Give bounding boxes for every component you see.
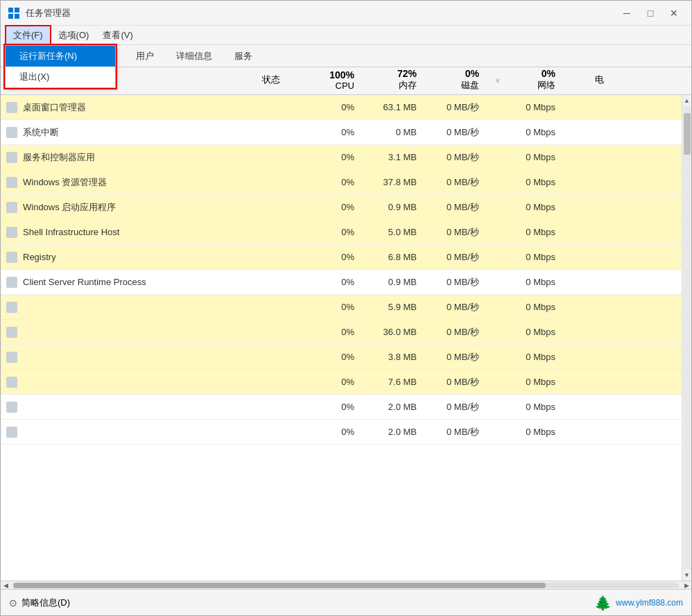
vertical-scrollbar[interactable]: ▲ ▼ (682, 95, 691, 581)
table-row[interactable]: 0% 5.9 MB 0 MB/秒 0 Mbps (1, 295, 682, 320)
process-icon-6 (6, 252, 17, 263)
header-network[interactable]: 0% 网络 (500, 68, 562, 92)
cell-cpu-5: 0% (299, 227, 361, 237)
process-icon-9 (6, 327, 17, 338)
tab-details[interactable]: 详细信息 (166, 46, 223, 65)
process-icon-0 (6, 102, 17, 113)
cell-cpu-8: 0% (299, 302, 361, 312)
close-button[interactable]: ✕ (664, 6, 684, 21)
cell-name-4: Windows 启动应用程序 (1, 201, 243, 214)
cell-network-12: 0 Mbps (500, 402, 562, 412)
cell-network-9: 0 Mbps (500, 327, 562, 337)
title-bar-left: 任务管理器 (8, 7, 71, 19)
menu-options[interactable]: 选项(O) (51, 26, 96, 44)
table-row[interactable]: 0% 36.0 MB 0 MB/秒 0 Mbps (1, 320, 682, 345)
watermark: 🌲 www.ylmf888.com (594, 594, 683, 611)
watermark-logo: 🌲 (594, 594, 612, 611)
cell-disk-8: 0 MB/秒 (424, 301, 486, 314)
tab-services[interactable]: 服务 (224, 46, 263, 65)
table-row[interactable]: Registry 0% 6.8 MB 0 MB/秒 0 Mbps (1, 245, 682, 270)
cell-disk-4: 0 MB/秒 (424, 201, 486, 214)
cell-network-8: 0 Mbps (500, 302, 562, 312)
table-row[interactable]: 0% 2.0 MB 0 MB/秒 0 Mbps (1, 420, 682, 445)
header-disk[interactable]: 0% 磁盘 (424, 68, 486, 92)
cell-name-12 (1, 402, 243, 413)
cell-network-4: 0 Mbps (500, 202, 562, 212)
cell-disk-11: 0 MB/秒 (424, 376, 486, 388)
table-row[interactable]: 0% 7.6 MB 0 MB/秒 0 Mbps (1, 370, 682, 395)
cell-disk-9: 0 MB/秒 (424, 326, 486, 339)
cell-name-0: 桌面窗口管理器 (1, 101, 243, 114)
cell-cpu-0: 0% (299, 102, 361, 112)
scroll-right-button[interactable]: ▶ (682, 582, 691, 589)
process-icon-11 (6, 377, 17, 388)
cell-network-13: 0 Mbps (500, 427, 562, 437)
file-dropdown: 运行新任务(N) 退出(X) (5, 45, 116, 88)
menu-file[interactable]: 文件(F) (5, 25, 51, 46)
table-row[interactable]: Windows 启动应用程序 0% 0.9 MB 0 MB/秒 0 Mbps (1, 195, 682, 220)
table-row[interactable]: Windows 资源管理器 0% 37.8 MB 0 MB/秒 0 Mbps (1, 170, 682, 195)
scroll-left-button[interactable]: ◀ (1, 582, 10, 589)
cell-cpu-6: 0% (299, 252, 361, 262)
menu-bar: 文件(F) 选项(O) 查看(V) 运行新任务(N) 退出(X) (1, 26, 691, 45)
table-body-area: 桌面窗口管理器 0% 63.1 MB 0 MB/秒 0 Mbps 系统中断 0%… (1, 95, 691, 581)
process-icon-12 (6, 402, 17, 413)
process-icon-5 (6, 227, 17, 238)
cell-disk-13: 0 MB/秒 (424, 426, 486, 438)
cell-name-7: Client Server Runtime Process (1, 277, 243, 288)
table-body: 桌面窗口管理器 0% 63.1 MB 0 MB/秒 0 Mbps 系统中断 0%… (1, 95, 682, 581)
process-icon-1 (6, 127, 17, 138)
cell-memory-3: 37.8 MB (361, 177, 424, 187)
scroll-thumb[interactable] (684, 113, 691, 155)
table-row[interactable]: Client Server Runtime Process 0% 0.9 MB … (1, 270, 682, 295)
menu-exit[interactable]: 退出(X) (6, 67, 115, 87)
cell-memory-2: 3.1 MB (361, 152, 424, 162)
menu-view[interactable]: 查看(V) (96, 26, 139, 44)
status-expand-button[interactable]: ⊙ (9, 597, 17, 608)
minimize-button[interactable]: ─ (616, 6, 637, 21)
h-scroll-thumb[interactable] (13, 583, 546, 588)
maximize-button[interactable]: □ (640, 6, 661, 21)
cell-disk-6: 0 MB/秒 (424, 251, 486, 264)
title-controls: ─ □ ✕ (616, 6, 684, 21)
process-icon-4 (6, 202, 17, 213)
cell-disk-7: 0 MB/秒 (424, 276, 486, 289)
window-title: 任务管理器 (26, 7, 71, 19)
tab-users[interactable]: 用户 (126, 46, 164, 65)
cell-name-6: Registry (1, 252, 243, 263)
cell-memory-12: 2.0 MB (361, 402, 424, 412)
scroll-up-button[interactable]: ▲ (682, 95, 692, 106)
h-scroll-track (13, 583, 679, 588)
header-memory[interactable]: 72% 内存 (361, 68, 424, 92)
cell-cpu-7: 0% (299, 277, 361, 287)
cell-disk-1: 0 MB/秒 (424, 126, 486, 139)
table-row[interactable]: 0% 3.8 MB 0 MB/秒 0 Mbps (1, 345, 682, 370)
table-row[interactable]: 服务和控制器应用 0% 3.1 MB 0 MB/秒 0 Mbps (1, 145, 682, 170)
cell-network-11: 0 Mbps (500, 377, 562, 387)
process-icon-13 (6, 427, 17, 438)
table-row[interactable]: 桌面窗口管理器 0% 63.1 MB 0 MB/秒 0 Mbps (1, 95, 682, 120)
watermark-text: www.ylmf888.com (616, 598, 683, 608)
table-row[interactable]: 系统中断 0% 0 MB 0 MB/秒 0 Mbps (1, 120, 682, 145)
cell-disk-5: 0 MB/秒 (424, 226, 486, 239)
scroll-down-button[interactable]: ▼ (682, 570, 692, 581)
table-row[interactable]: 0% 2.0 MB 0 MB/秒 0 Mbps (1, 395, 682, 420)
table-row[interactable]: Shell Infrastructure Host 0% 5.0 MB 0 MB… (1, 220, 682, 245)
process-icon-10 (6, 352, 17, 363)
cell-memory-1: 0 MB (361, 127, 424, 137)
svg-rect-1 (15, 8, 19, 12)
cell-network-5: 0 Mbps (500, 227, 562, 237)
cell-disk-3: 0 MB/秒 (424, 176, 486, 189)
cell-memory-11: 7.6 MB (361, 377, 424, 387)
cell-disk-10: 0 MB/秒 (424, 351, 486, 363)
cell-memory-0: 63.1 MB (361, 102, 424, 112)
cell-memory-13: 2.0 MB (361, 427, 424, 437)
cell-network-3: 0 Mbps (500, 177, 562, 187)
header-power[interactable]: 电 (562, 74, 611, 86)
header-status[interactable]: 状态 (243, 74, 299, 86)
menu-run-task[interactable]: 运行新任务(N) (6, 46, 115, 67)
header-cpu[interactable]: 100% CPU (299, 69, 361, 91)
horizontal-scrollbar[interactable]: ◀ ▶ (1, 581, 691, 589)
cell-network-1: 0 Mbps (500, 127, 562, 137)
cell-name-11 (1, 377, 243, 388)
